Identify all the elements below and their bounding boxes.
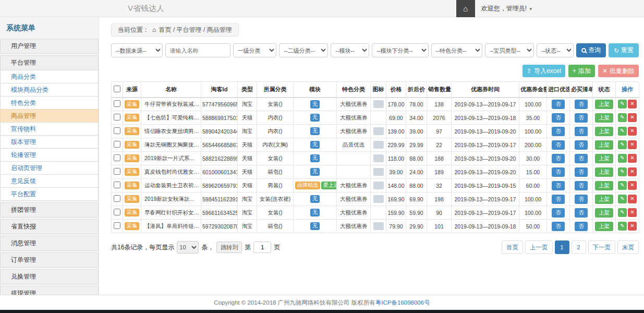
filter-select[interactable]: 一级分类	[233, 43, 277, 57]
edit-button[interactable]: ✎	[618, 208, 627, 217]
filter-select[interactable]: --模块--	[331, 43, 369, 57]
status-button[interactable]: 上架	[595, 127, 613, 136]
row-checkbox[interactable]	[114, 168, 120, 175]
row-checkbox[interactable]	[114, 154, 120, 161]
status-button[interactable]: 上架	[595, 222, 613, 231]
delete-button[interactable]: ✕	[628, 195, 637, 203]
must-buy-button[interactable]: 否	[575, 195, 588, 204]
page-link[interactable]: 末页	[617, 240, 639, 254]
must-buy-button[interactable]: 否	[575, 100, 588, 109]
page-link[interactable]: 1	[555, 240, 569, 254]
delete-button[interactable]: ✕	[628, 167, 637, 176]
delete-button[interactable]: ✕	[628, 127, 637, 136]
must-buy-button[interactable]: 否	[575, 208, 588, 218]
sidebar-item[interactable]: 拼团管理	[0, 202, 99, 218]
status-button[interactable]: 上架	[595, 100, 613, 109]
row-checkbox[interactable]	[114, 114, 120, 121]
filter-select[interactable]: --特色分类--	[431, 43, 483, 57]
user-menu[interactable]: 欢迎您，管理员! ▾	[481, 4, 532, 13]
select-all-checkbox[interactable]	[114, 86, 120, 92]
row-checkbox[interactable]	[114, 222, 120, 229]
status-button[interactable]: 上架	[595, 181, 613, 190]
import-select-button[interactable]: 否	[552, 222, 565, 231]
sidebar-item[interactable]: 模块商品分类	[0, 83, 99, 97]
import-excel-button[interactable]: ⇧ 导入excel	[523, 65, 565, 77]
import-select-button[interactable]: 否	[552, 154, 565, 163]
jump-page-input[interactable]	[253, 242, 271, 253]
delete-button[interactable]: ✕	[628, 113, 637, 122]
icp-link[interactable]: 粤ICP备16098006号	[375, 299, 430, 306]
sidebar-item[interactable]: 宣传物料	[0, 122, 99, 136]
sidebar-item[interactable]: 消息管理	[0, 236, 99, 251]
import-select-button[interactable]: 否	[552, 195, 565, 204]
must-buy-button[interactable]: 否	[575, 222, 588, 231]
page-link[interactable]: 首页	[502, 240, 523, 254]
sidebar-item[interactable]: 兑换管理	[0, 269, 99, 284]
status-button[interactable]: 上架	[595, 208, 613, 218]
page-link[interactable]: 2	[572, 240, 586, 254]
import-select-button[interactable]: 否	[552, 127, 565, 136]
sidebar-item[interactable]: 平台配置	[0, 187, 99, 201]
breadcrumb-items[interactable]: 首页 / 平台管理 / 商品管理	[159, 26, 232, 33]
sidebar-item[interactable]: 用户管理	[0, 39, 99, 54]
import-select-button[interactable]: 否	[552, 100, 565, 109]
filter-select[interactable]: --数据来源--	[111, 43, 163, 57]
delete-button[interactable]: ✕	[628, 222, 637, 231]
delete-button[interactable]: ✕	[628, 154, 637, 163]
edit-button[interactable]: ✎	[618, 100, 627, 109]
sidebar-item[interactable]: 启动页管理	[0, 161, 99, 175]
must-buy-button[interactable]: 否	[575, 140, 588, 150]
sidebar-item[interactable]: 轮播管理	[0, 148, 99, 162]
sidebar-item[interactable]: 特色分类	[0, 96, 99, 110]
page-link[interactable]: 上一页	[525, 240, 553, 254]
edit-button[interactable]: ✎	[618, 167, 627, 176]
edit-button[interactable]: ✎	[618, 222, 627, 231]
import-select-button[interactable]: 否	[552, 113, 565, 123]
page-link[interactable]: 下一页	[588, 240, 616, 254]
reset-button[interactable]: ↻ 重置	[609, 43, 639, 57]
sidebar-item[interactable]: 订单管理	[0, 252, 99, 268]
must-buy-button[interactable]: 否	[575, 113, 588, 123]
edit-button[interactable]: ✎	[618, 181, 627, 190]
must-buy-button[interactable]: 否	[575, 181, 588, 190]
row-checkbox[interactable]	[114, 209, 120, 215]
import-select-button[interactable]: 否	[552, 208, 565, 218]
jump-button[interactable]: 跳转到	[216, 242, 242, 253]
row-checkbox[interactable]	[114, 141, 120, 148]
status-button[interactable]: 上架	[595, 195, 613, 204]
edit-button[interactable]: ✎	[618, 113, 627, 122]
filter-select[interactable]: --二级分类--	[279, 43, 328, 57]
row-checkbox[interactable]	[114, 127, 120, 134]
status-button[interactable]: 上架	[595, 140, 613, 150]
delete-button[interactable]: ✕	[628, 140, 637, 149]
delete-button[interactable]: ✕	[628, 181, 637, 190]
edit-button[interactable]: ✎	[618, 154, 627, 163]
sidebar-item[interactable]: 商品管理	[0, 109, 99, 123]
import-select-button[interactable]: 否	[552, 181, 565, 190]
edit-button[interactable]: ✎	[618, 140, 627, 149]
edit-button[interactable]: ✎	[618, 127, 627, 136]
per-page-select[interactable]: 10	[177, 241, 199, 254]
row-checkbox[interactable]	[114, 182, 120, 188]
import-select-button[interactable]: 否	[552, 140, 565, 150]
must-buy-button[interactable]: 否	[575, 154, 588, 163]
row-checkbox[interactable]	[114, 100, 120, 107]
status-button[interactable]: 上架	[595, 113, 613, 123]
status-button[interactable]: 上架	[595, 167, 613, 177]
edit-button[interactable]: ✎	[618, 195, 627, 203]
sidebar-item[interactable]: 提现管理	[0, 286, 99, 295]
search-button[interactable]: 查询	[576, 43, 606, 57]
must-buy-button[interactable]: 否	[575, 167, 588, 177]
sidebar-item[interactable]: 平台管理	[0, 55, 99, 70]
add-button[interactable]: + 添加	[568, 65, 595, 77]
row-checkbox[interactable]	[114, 195, 120, 202]
filter-select[interactable]: --模块下分类--	[372, 43, 428, 57]
sidebar-item[interactable]: 意见反馈	[0, 174, 99, 188]
sidebar-item[interactable]: 省直快报	[0, 219, 99, 234]
delete-button[interactable]: ✕	[628, 208, 637, 217]
filter-select[interactable]: --状态--	[537, 43, 574, 57]
home-button[interactable]: ⌂	[456, 0, 475, 17]
sidebar-item[interactable]: 版本管理	[0, 135, 99, 149]
name-search-input[interactable]	[165, 43, 230, 57]
import-select-button[interactable]: 否	[552, 167, 565, 177]
